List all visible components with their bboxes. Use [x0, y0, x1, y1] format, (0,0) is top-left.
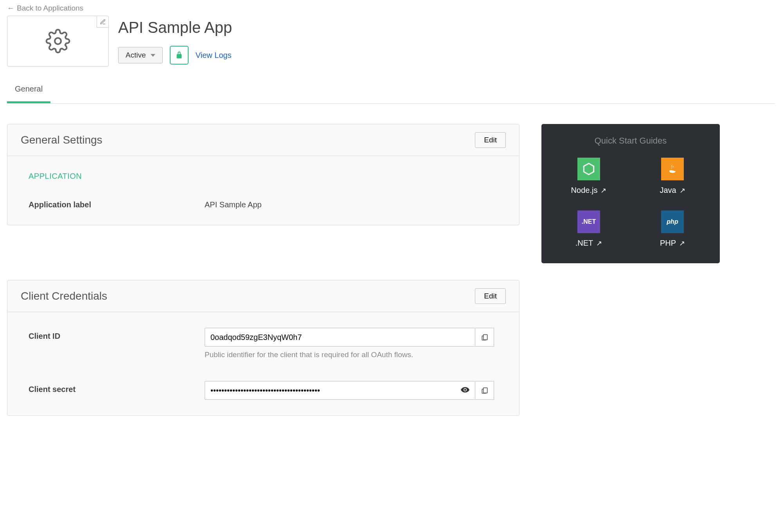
quickstart-dotnet-label: .NET: [575, 239, 593, 248]
quickstart-java-label: Java: [660, 186, 676, 195]
arrow-left-icon: ←: [7, 4, 14, 13]
client-credentials-edit-button[interactable]: Edit: [475, 288, 506, 304]
status-value: Active: [126, 51, 146, 59]
quickstart-node-label: Node.js: [571, 186, 598, 195]
client-credentials-title: Client Credentials: [21, 290, 107, 302]
quickstart-node-link[interactable]: Node.js ↗: [551, 158, 627, 195]
chevron-down-icon: [151, 54, 155, 57]
client-id-input[interactable]: [205, 328, 475, 347]
php-icon: php: [661, 210, 684, 233]
clipboard-icon: [481, 333, 489, 341]
clipboard-icon: [481, 386, 489, 394]
general-settings-panel: General Settings Edit APPLICATION Applic…: [7, 124, 520, 225]
edit-app-icon-button[interactable]: [97, 16, 108, 28]
lock-policy-button[interactable]: [170, 46, 189, 65]
quickstart-dotnet-link[interactable]: .NET .NET ↗: [551, 210, 627, 248]
svg-rect-1: [483, 334, 487, 340]
client-secret-copy-button[interactable]: [475, 381, 494, 400]
external-link-icon: ↗: [680, 186, 685, 195]
lock-icon: [175, 51, 183, 59]
tab-general[interactable]: General: [7, 84, 50, 103]
client-id-hint: Public identifier for the client that is…: [205, 350, 494, 359]
client-secret-toggle-visibility-button[interactable]: [458, 383, 472, 398]
application-section-label: APPLICATION: [29, 172, 498, 181]
external-link-icon: ↗: [679, 239, 685, 248]
application-label-label: Application label: [29, 196, 205, 209]
status-dropdown[interactable]: Active: [118, 47, 163, 63]
quickstart-php-link[interactable]: php PHP ↗: [635, 210, 710, 248]
dotnet-icon: .NET: [577, 210, 600, 233]
client-id-copy-button[interactable]: [475, 328, 494, 347]
quickstart-java-link[interactable]: Java ↗: [635, 158, 710, 195]
svg-rect-2: [483, 388, 487, 393]
view-logs-link[interactable]: View Logs: [196, 51, 232, 60]
back-to-applications-link[interactable]: ← Back to Applications: [7, 4, 83, 13]
tabs: General: [7, 84, 775, 104]
svg-point-0: [55, 38, 61, 44]
application-label-value: API Sample App: [205, 196, 262, 209]
general-settings-title: General Settings: [21, 134, 102, 146]
pencil-icon: [100, 19, 106, 25]
nodejs-icon: [577, 158, 600, 180]
eye-icon: [460, 385, 470, 395]
back-link-label: Back to Applications: [17, 4, 83, 13]
general-settings-edit-button[interactable]: Edit: [475, 132, 506, 148]
external-link-icon: ↗: [600, 186, 606, 195]
client-secret-label: Client secret: [29, 381, 205, 394]
client-secret-input[interactable]: [205, 381, 475, 400]
app-title: API Sample App: [118, 19, 232, 36]
quickstart-title: Quick Start Guides: [551, 136, 710, 146]
client-credentials-panel: Client Credentials Edit Client ID: [7, 280, 520, 416]
java-icon: [661, 158, 684, 180]
app-icon-box: [7, 16, 109, 66]
external-link-icon: ↗: [596, 239, 602, 248]
quickstart-panel: Quick Start Guides Node.js ↗: [541, 124, 720, 263]
gear-icon: [45, 29, 70, 54]
svg-marker-3: [584, 164, 594, 174]
quickstart-php-label: PHP: [660, 239, 676, 248]
client-id-label: Client ID: [29, 328, 205, 341]
